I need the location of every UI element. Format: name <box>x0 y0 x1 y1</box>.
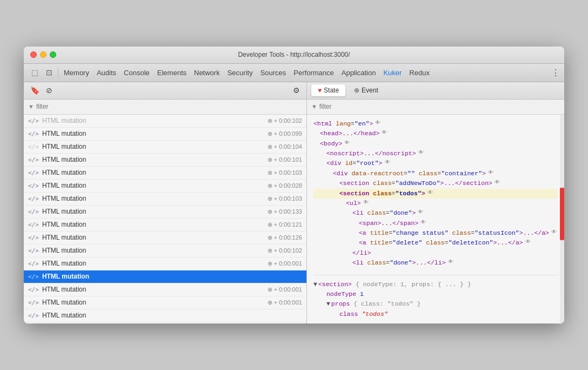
eye-icon[interactable]: 👁 <box>488 169 495 175</box>
tab-security[interactable]: Security <box>224 67 256 79</box>
code-line: </li> <box>313 248 558 258</box>
list-item[interactable]: </> HTML mutation ⊕ + 0:00:133 <box>24 206 306 219</box>
eye-icon[interactable]: 👁 <box>385 158 391 165</box>
heart-icon: ♥ <box>318 87 322 94</box>
eye-icon[interactable]: 👁 <box>420 219 427 225</box>
eye-icon[interactable]: 👁 <box>375 119 382 125</box>
code-line: <a title="change status" class="statusIc… <box>313 228 558 238</box>
list-item[interactable]: </> HTML mutation ⊕ + 0:00:102 <box>24 245 306 257</box>
minimize-button[interactable] <box>40 51 46 58</box>
more-tools-button[interactable]: ⋮ <box>551 68 560 78</box>
tab-kuker[interactable]: Kuker <box>380 67 405 79</box>
eye-icon[interactable]: 👁 <box>344 139 351 146</box>
code-line: <span>...</span> 👁 <box>313 219 558 228</box>
list-item[interactable]: </> HTML mutation ⊕ + 0:00:001 <box>24 296 306 309</box>
close-button[interactable] <box>30 51 37 58</box>
code-line: <div id="root" > 👁 <box>313 158 558 168</box>
code-icon: </> <box>28 286 39 293</box>
code-icon: </> <box>28 221 39 228</box>
code-line: <noscript>...</noscript> 👁 <box>313 149 558 158</box>
list-item[interactable]: </> HTML mutation <box>24 309 306 322</box>
left-filter-input[interactable] <box>36 103 302 110</box>
cancel-button[interactable]: ⊘ <box>44 85 55 96</box>
eye-icon[interactable]: 👁 <box>418 149 425 155</box>
list-item[interactable]: </> HTML mutation ⊕ + 0:00:104 <box>24 141 306 154</box>
scrollbar-thumb[interactable] <box>560 188 564 240</box>
tab-redux[interactable]: Redux <box>406 67 433 79</box>
triangle-icon-props[interactable]: ▼ <box>326 299 330 309</box>
scrollbar-track[interactable] <box>560 115 564 323</box>
code-icon: </> <box>28 182 39 189</box>
toolbar-separator <box>58 68 58 77</box>
bookmark-button[interactable]: 🔖 <box>28 85 42 96</box>
code-line: <head>...</head> 👁 <box>313 129 558 138</box>
list-item[interactable]: </> HTML mutation ⊕ + 0:00:099 <box>24 128 306 141</box>
list-item[interactable]: </> HTML mutation ⊕ + 0:00:028 <box>24 180 306 193</box>
maximize-button[interactable] <box>50 51 56 58</box>
code-icon: </> <box>28 234 39 241</box>
tab-memory[interactable]: Memory <box>61 67 92 79</box>
settings-button[interactable]: ⚙ <box>291 85 302 96</box>
eye-icon[interactable]: 👁 <box>525 238 532 245</box>
tab-sources[interactable]: Sources <box>257 67 290 79</box>
main-content: 🔖 ⊘ ⚙ ▼ </> HTML mutation ⊕ + 0:00:102 <box>24 82 564 323</box>
filter-icon: ▼ <box>28 103 34 110</box>
tab-elements[interactable]: Elements <box>154 67 190 79</box>
devtools-window: Developer Tools - http://localhost:3000/… <box>24 47 564 323</box>
eye-icon[interactable]: 👁 <box>495 179 501 185</box>
code-line: <li class="done" > 👁 <box>313 208 558 218</box>
tab-audits[interactable]: Audits <box>93 67 119 79</box>
eye-icon[interactable]: 👁 <box>448 258 455 265</box>
inspect-icon[interactable]: ⬚ <box>28 66 42 79</box>
list-item[interactable]: </> HTML mutation ⊕ + 0:00:001 <box>24 283 306 296</box>
left-toolbar: 🔖 ⊘ ⚙ <box>24 82 306 100</box>
tab-state[interactable]: ♥ State <box>311 84 345 96</box>
code-icon: </> <box>28 195 39 202</box>
code-panel-wrapper: <html lang="en" > 👁 <head>...</head> 👁 <… <box>307 115 564 323</box>
main-toolbar: ⬚ ⊡ Memory Audits Console Elements Netwo… <box>24 64 564 82</box>
list-item[interactable]: </> HTML mutation ⊕ + 0:00:121 <box>24 219 306 232</box>
triangle-icon[interactable]: ▼ <box>313 280 317 289</box>
tab-application[interactable]: Application <box>338 67 379 79</box>
list-item[interactable]: </> HTML mutation ⊕ + 0:00:103 <box>24 167 306 180</box>
code-icon: </> <box>28 312 39 319</box>
list-item[interactable]: </> HTML mutation ⊕ + 0:00:126 <box>24 232 306 245</box>
code-line: <body> 👁 <box>313 139 558 149</box>
title-bar: Developer Tools - http://localhost:3000/ <box>24 47 564 64</box>
tab-network[interactable]: Network <box>191 67 223 79</box>
code-panel: <html lang="en" > 👁 <head>...</head> 👁 <… <box>307 115 564 323</box>
code-line: <div data-reactroot="" class="container"… <box>313 169 558 179</box>
right-tabs: ♥ State ⊕ Event <box>307 82 564 100</box>
eye-icon[interactable]: 👁 <box>363 199 370 205</box>
list-item[interactable]: </> HTML mutation ⊕ + 0:00:103 <box>24 193 306 206</box>
code-icon: </> <box>28 260 39 267</box>
eye-icon[interactable]: 👁 <box>418 208 424 215</box>
list-item[interactable]: </> HTML mutation ⊕ + 0:00:101 <box>24 154 306 167</box>
props-section-header: ▼ <section> { nodeType: 1, props: { ... … <box>313 280 558 289</box>
code-line: <li class="done" >...</li> 👁 <box>313 258 558 268</box>
eye-icon[interactable]: 👁 <box>427 189 434 195</box>
tab-event[interactable]: ⊕ Event <box>348 84 385 96</box>
prop-nodetype: nodeType 1 <box>313 289 558 299</box>
layers-icon[interactable]: ⊡ <box>43 66 56 79</box>
right-filter-input[interactable] <box>319 103 560 110</box>
eye-icon[interactable]: 👁 <box>382 129 388 135</box>
eye-icon[interactable]: 👁 <box>551 228 558 235</box>
list-item[interactable]: </> HTML mutation ⊕ + 0:00:001 <box>24 257 306 270</box>
prop-class: class "todos" <box>313 309 558 319</box>
right-filter-row: ▼ <box>307 100 564 115</box>
code-icon: </> <box>28 143 39 150</box>
code-icon: </> <box>28 247 39 254</box>
tab-event-label: Event <box>362 87 378 94</box>
list-item[interactable]: </> HTML mutation ⊕ + 0:00:102 <box>24 115 306 128</box>
code-line: <a title="delete" class="deleteIcon" >..… <box>313 238 558 248</box>
list-item-selected[interactable]: </> HTML mutation <box>24 270 306 283</box>
filter-icon-right: ▼ <box>311 103 317 110</box>
code-icon: </> <box>28 273 39 280</box>
code-icon: </> <box>28 130 39 137</box>
traffic-lights <box>30 51 56 58</box>
tab-console[interactable]: Console <box>121 67 153 79</box>
tab-performance[interactable]: Performance <box>290 67 337 79</box>
code-line: <ul> 👁 <box>313 199 558 208</box>
code-icon: </> <box>28 117 39 124</box>
